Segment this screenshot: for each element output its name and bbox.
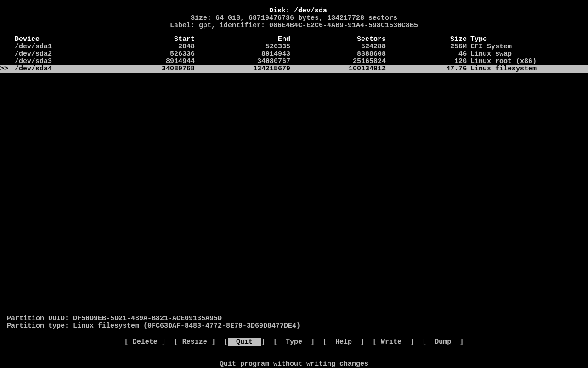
cell-start: 34080768 <box>129 65 195 73</box>
cell-sectors: 8388608 <box>290 51 386 58</box>
menu-bracket-open: [ <box>422 338 426 346</box>
cell-type: EFI System <box>467 43 512 51</box>
cell-size: 4G <box>386 51 467 58</box>
menu-item-type[interactable]: Type <box>277 338 311 346</box>
cell-sectors: 100134912 <box>290 65 386 73</box>
menu-bracket-open: [ <box>323 338 327 346</box>
cell-device: /dev/sda1 <box>15 43 129 51</box>
col-device: Device <box>15 36 129 43</box>
menu-bracket-open: [ <box>373 338 377 346</box>
partition-row[interactable]: >>/dev/sda43408076813421567910013491247.… <box>0 65 588 73</box>
disk-header-device: /dev/sda <box>294 7 327 15</box>
menu-bracket-close: ] <box>360 338 364 346</box>
cell-device: /dev/sda2 <box>15 51 129 58</box>
partition-row[interactable]: /dev/sda12048526335524288256MEFI System <box>0 43 588 51</box>
menu-bracket-close: ] <box>410 338 414 346</box>
row-marker: >> <box>0 65 15 73</box>
disk-header-line: Disk: /dev/sda <box>0 0 588 15</box>
cell-end: 34080767 <box>195 58 290 65</box>
cell-type: Linux root (x86) <box>467 58 537 65</box>
action-menu: [ Delete ] [ Resize ] [ Quit ] [ Type ] … <box>0 339 588 346</box>
partition-row[interactable]: /dev/sda38914944340807672516582412GLinux… <box>0 58 588 65</box>
menu-item-delete[interactable]: Delete <box>129 338 162 346</box>
partition-type-line: Partition type: Linux filesystem (0FC63D… <box>7 322 581 330</box>
cell-start: 526336 <box>129 51 195 58</box>
menu-item-dump[interactable]: Dump <box>426 338 459 346</box>
disk-header-prefix: Disk: <box>269 7 294 15</box>
col-start: Start <box>129 36 195 43</box>
disk-size-line: Size: 64 GiB, 68719476736 bytes, 1342177… <box>0 15 588 22</box>
partition-table: Device Start End Sectors Size Type /dev/… <box>0 36 588 73</box>
menu-item-quit[interactable]: Quit <box>228 338 261 346</box>
menu-bracket-close: ] <box>211 338 215 346</box>
col-end: End <box>195 36 290 43</box>
menu-bracket-close: ] <box>162 338 166 346</box>
cell-end: 8914943 <box>195 51 290 58</box>
partition-table-header: Device Start End Sectors Size Type <box>0 36 588 43</box>
menu-item-resize[interactable]: Resize <box>178 338 211 346</box>
col-type: Type <box>467 36 487 43</box>
cell-end: 526335 <box>195 43 290 51</box>
menu-bracket-open: [ <box>124 338 129 346</box>
menu-bracket-open: [ <box>224 338 228 346</box>
menu-bracket-close: ] <box>261 338 265 346</box>
cell-type: Linux filesystem <box>467 65 537 73</box>
menu-item-write[interactable]: Write <box>377 338 410 346</box>
cell-size: 12G <box>386 58 467 65</box>
menu-bracket-close: ] <box>311 338 315 346</box>
cell-type: Linux swap <box>467 51 512 58</box>
disk-label-line: Label: gpt, identifier: 086E4B4C-E2C6-4A… <box>0 22 588 29</box>
col-size: Size <box>386 36 467 43</box>
partition-row[interactable]: /dev/sda2526336891494383886084GLinux swa… <box>0 51 588 58</box>
cell-end: 134215679 <box>195 65 290 73</box>
menu-bracket-close: ] <box>459 338 464 346</box>
cell-start: 2048 <box>129 43 195 51</box>
cell-device: /dev/sda4 <box>15 65 129 73</box>
menu-bracket-open: [ <box>273 338 277 346</box>
col-sectors: Sectors <box>290 36 386 43</box>
cell-start: 8914944 <box>129 58 195 65</box>
partition-info-box: Partition UUID: DF50D9EB-5D21-489A-B821-… <box>5 313 583 332</box>
cell-device: /dev/sda3 <box>15 58 129 65</box>
cell-size: 256M <box>386 43 467 51</box>
cell-sectors: 25165824 <box>290 58 386 65</box>
menu-bracket-open: [ <box>174 338 178 346</box>
cell-sectors: 524288 <box>290 43 386 51</box>
partition-uuid-line: Partition UUID: DF50D9EB-5D21-489A-B821-… <box>7 315 581 322</box>
menu-hint: Quit program without writing changes <box>0 361 588 368</box>
menu-item-help[interactable]: Help <box>327 338 360 346</box>
cell-size: 47.7G <box>386 65 467 73</box>
